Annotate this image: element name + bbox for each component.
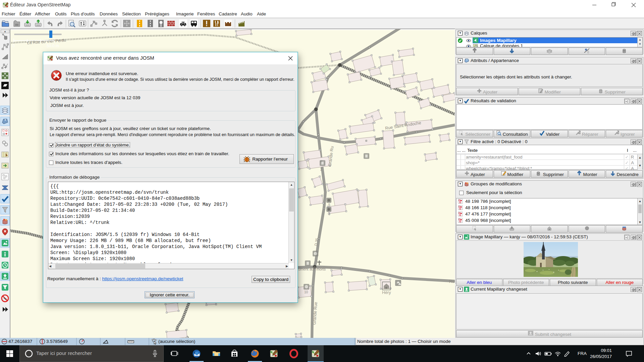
svg-text:2: 2	[320, 168, 322, 171]
svg-text:10: 10	[304, 290, 308, 294]
svg-text:Rue: Rue	[449, 279, 455, 284]
svg-text:Héry: Héry	[382, 290, 391, 295]
svg-text:3: 3	[328, 212, 330, 216]
svg-text:50.0 m: 50.0 m	[47, 44, 59, 48]
svg-text:0: 0	[12, 44, 15, 48]
svg-text:Calvaire d'Héry: Calvaire d'Héry	[310, 265, 332, 269]
svg-text:5: 5	[328, 203, 330, 207]
